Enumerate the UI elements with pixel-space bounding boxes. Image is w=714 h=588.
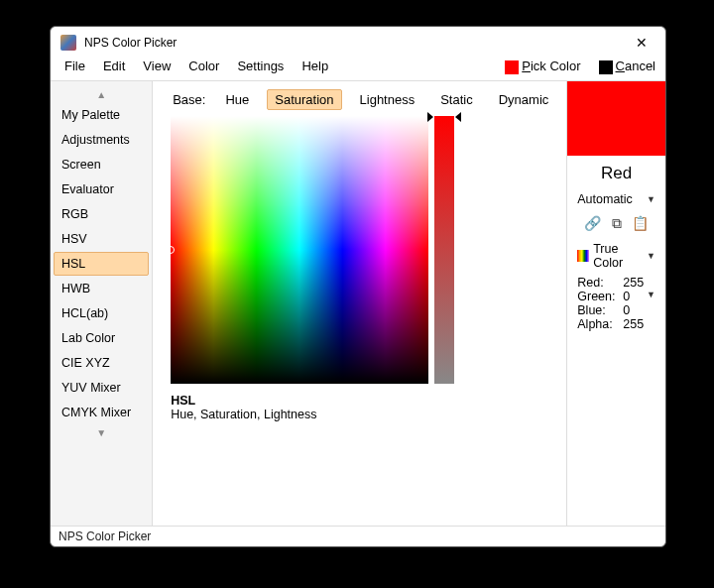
sidebar-item-hwb[interactable]: HWB [54,277,149,300]
copy-icon[interactable]: ⧉ [612,215,622,232]
cancel-button[interactable]: Cancel [599,59,655,74]
chevron-down-icon: ▼ [647,194,655,204]
base-tabs: Base: HueSaturationLightnessStaticDynami… [171,89,556,110]
slider-marker-right-icon [455,112,461,122]
chevron-down-icon: ▼ [647,290,655,303]
color-gradient[interactable] [171,116,428,384]
sidebar-item-rgb[interactable]: RGB [54,202,149,226]
mode-description: HSL Hue, Saturation, Lightness [171,394,556,421]
tab-static[interactable]: Static [432,89,481,110]
sidebar-item-evaluator[interactable]: Evaluator [54,177,149,201]
paste-icon[interactable]: 📋 [632,215,649,232]
slider-marker-left-icon [427,112,433,122]
sidebar-item-adjustments[interactable]: Adjustments [54,128,149,152]
saturation-slider[interactable] [434,116,454,384]
titlebar: NPS Color Picker ✕ [51,27,665,59]
sidebar-item-my-palette[interactable]: My Palette [54,103,149,127]
tab-lightness[interactable]: Lightness [352,89,423,110]
menu-file[interactable]: File [64,59,85,73]
close-icon[interactable]: ✕ [628,31,655,55]
menu-edit[interactable]: Edit [103,59,125,73]
sidebar: ▲ My PaletteAdjustmentsScreenEvaluatorRG… [51,81,153,526]
status-bar: NPS Color Picker [51,526,665,546]
gradient-area [171,116,556,384]
sidebar-item-hsl[interactable]: HSL [54,252,149,276]
mode-dropdown[interactable]: Automatic ▼ [567,189,665,209]
menubar: File Edit View Color Settings Help Pick … [51,59,665,80]
color-preview [567,81,665,156]
right-panel: Red Automatic ▼ 🔗 ⧉ 📋 True Color ▼ Red:2… [566,81,665,526]
menu-color[interactable]: Color [188,59,219,73]
sidebar-item-yuv-mixer[interactable]: YUV Mixer [54,376,149,400]
pick-color-button[interactable]: Pick Color [505,59,580,74]
window-title: NPS Color Picker [84,36,628,50]
scroll-down-icon[interactable]: ▼ [51,425,152,440]
sidebar-item-cmyk-mixer[interactable]: CMYK Mixer [54,401,149,424]
desc-title: HSL [171,394,556,408]
pick-swatch [505,60,519,74]
sidebar-item-screen[interactable]: Screen [54,153,149,176]
sidebar-item-hcl-ab-[interactable]: HCL(ab) [54,301,149,325]
chevron-down-icon: ▼ [647,251,655,261]
app-window: NPS Color Picker ✕ File Edit View Color … [50,26,666,547]
sidebar-item-hsv[interactable]: HSV [54,227,149,251]
sidebar-item-cie-xyz[interactable]: CIE XYZ [54,351,149,375]
tab-saturation[interactable]: Saturation [267,89,341,110]
app-icon [60,35,76,51]
gradient-cursor[interactable] [167,246,175,254]
tab-hue[interactable]: Hue [217,89,257,110]
colorspace-dropdown[interactable]: True Color ▼ [567,238,665,274]
menu-help[interactable]: Help [301,59,328,73]
color-name: Red [567,156,665,189]
channel-values[interactable]: Red:255 Green:0▼ Blue:0 Alpha:255 [567,274,665,333]
tab-dynamic[interactable]: Dynamic [491,89,557,110]
desc-sub: Hue, Saturation, Lightness [171,408,556,421]
sidebar-item-lab-color[interactable]: Lab Color [54,326,149,350]
body: ▲ My PaletteAdjustmentsScreenEvaluatorRG… [51,80,665,526]
menu-settings[interactable]: Settings [237,59,284,73]
link-icon[interactable]: 🔗 [584,215,601,232]
base-label: Base: [171,89,207,110]
cancel-swatch [599,60,613,74]
menu-view[interactable]: View [143,59,171,73]
colorspace-icon [577,250,589,262]
scroll-up-icon[interactable]: ▲ [51,87,152,102]
center-panel: Base: HueSaturationLightnessStaticDynami… [153,81,566,526]
